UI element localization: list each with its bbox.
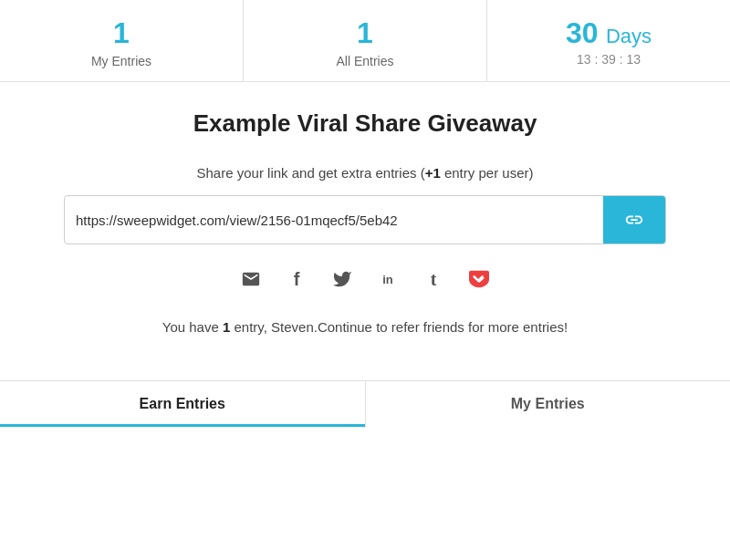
email-share-icon[interactable]	[236, 264, 266, 294]
entry-msg-suffix: Continue to refer friends for more entri…	[318, 319, 568, 335]
share-desc-prefix: Share your link and get extra entries (	[197, 165, 425, 181]
twitter-share-icon[interactable]	[328, 264, 357, 294]
all-entries-stat: 1 All Entries	[244, 0, 487, 81]
share-link-input[interactable]	[65, 200, 603, 241]
entry-message: You have 1 entry, Steven.Continue to ref…	[55, 319, 675, 335]
countdown-days-label: Days	[606, 25, 652, 47]
link-icon	[624, 210, 644, 230]
facebook-share-icon[interactable]: f	[282, 264, 311, 294]
giveaway-title: Example Viral Share Giveaway	[55, 109, 675, 138]
all-entries-label: All Entries	[253, 54, 477, 68]
tab-my-entries[interactable]: My Entries	[365, 381, 731, 427]
linkedin-share-icon[interactable]: in	[373, 264, 402, 294]
stats-bar: 1 My Entries 1 All Entries 30 Days 13 : …	[0, 0, 730, 82]
countdown-stat: 30 Days 13 : 39 : 13	[487, 0, 730, 81]
pocket-share-icon[interactable]	[464, 264, 494, 294]
my-entries-label: My Entries	[9, 54, 234, 68]
countdown-days-number: 30	[566, 16, 599, 50]
copy-button[interactable]	[603, 196, 665, 244]
tumblr-share-icon[interactable]: t	[419, 264, 448, 294]
link-row	[64, 195, 666, 244]
entry-msg-prefix: You have	[162, 319, 223, 335]
share-highlight: +1	[425, 165, 441, 181]
my-entries-number: 1	[113, 16, 130, 50]
entry-msg-middle: entry, Steven.	[230, 319, 318, 335]
countdown-timer: 13 : 39 : 13	[496, 52, 721, 67]
bottom-tabs: Earn Entries My Entries	[0, 380, 730, 427]
my-entries-stat: 1 My Entries	[0, 0, 244, 81]
share-description: Share your link and get extra entries (+…	[55, 165, 675, 181]
tab-earn-entries[interactable]: Earn Entries	[0, 381, 365, 427]
share-desc-suffix: entry per user)	[441, 165, 534, 181]
main-content: Example Viral Share Giveaway Share your …	[0, 82, 730, 380]
all-entries-number: 1	[357, 16, 373, 50]
social-icons-row: f in t	[55, 264, 675, 294]
